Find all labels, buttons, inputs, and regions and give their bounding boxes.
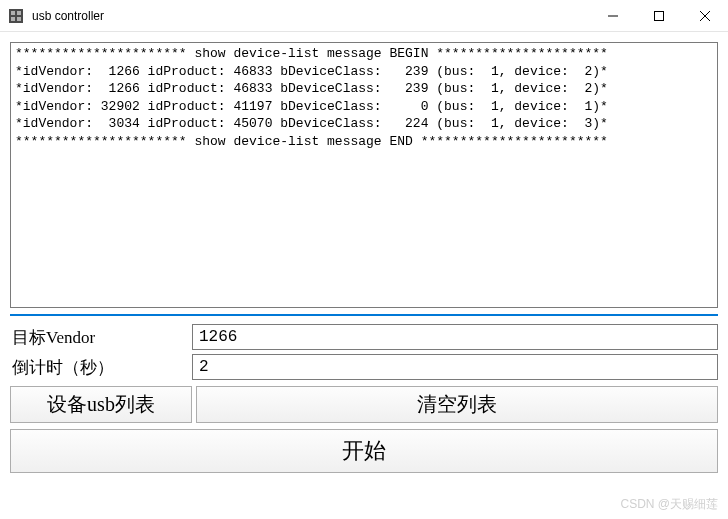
list-devices-button[interactable]: 设备usb列表 xyxy=(10,386,192,423)
content-area: ********************** show device-list … xyxy=(0,32,728,519)
start-button[interactable]: 开始 xyxy=(10,429,718,473)
svg-rect-4 xyxy=(17,17,21,21)
vendor-input[interactable] xyxy=(192,324,718,350)
window-controls xyxy=(590,0,728,31)
svg-rect-3 xyxy=(11,17,15,21)
svg-rect-6 xyxy=(655,11,664,20)
countdown-row: 倒计时（秒） xyxy=(10,354,718,380)
log-output[interactable]: ********************** show device-list … xyxy=(10,42,718,308)
button-row: 设备usb列表 清空列表 xyxy=(10,386,718,423)
separator xyxy=(10,314,718,316)
close-button[interactable] xyxy=(682,0,728,31)
app-icon xyxy=(8,8,24,24)
vendor-label: 目标Vendor xyxy=(10,326,192,349)
window-title: usb controller xyxy=(32,9,590,23)
svg-rect-1 xyxy=(11,11,15,15)
maximize-button[interactable] xyxy=(636,0,682,31)
title-bar: usb controller xyxy=(0,0,728,32)
vendor-row: 目标Vendor xyxy=(10,324,718,350)
clear-list-button[interactable]: 清空列表 xyxy=(196,386,718,423)
countdown-input[interactable] xyxy=(192,354,718,380)
svg-rect-2 xyxy=(17,11,21,15)
countdown-label: 倒计时（秒） xyxy=(10,356,192,379)
minimize-button[interactable] xyxy=(590,0,636,31)
